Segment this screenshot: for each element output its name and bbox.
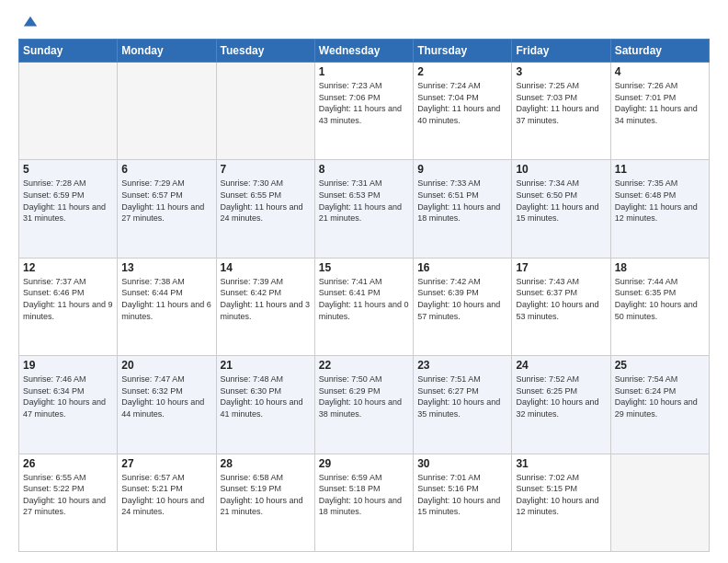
day-info: Sunrise: 7:02 AM Sunset: 5:15 PM Dayligh… [516, 472, 606, 518]
calendar-cell [118, 63, 216, 160]
calendar-day-header: Tuesday [216, 40, 314, 63]
calendar-cell: 25Sunrise: 7:54 AM Sunset: 6:24 PM Dayli… [610, 356, 709, 454]
calendar-cell: 3Sunrise: 7:25 AM Sunset: 7:03 PM Daylig… [512, 63, 610, 160]
calendar-day-header: Monday [118, 40, 216, 63]
day-info: Sunrise: 7:51 AM Sunset: 6:27 PM Dayligh… [417, 373, 507, 419]
day-info: Sunrise: 7:23 AM Sunset: 7:06 PM Dayligh… [319, 80, 409, 126]
day-info: Sunrise: 7:52 AM Sunset: 6:25 PM Dayligh… [516, 373, 606, 419]
calendar-cell: 23Sunrise: 7:51 AM Sunset: 6:27 PM Dayli… [414, 356, 512, 454]
calendar-cell: 9Sunrise: 7:33 AM Sunset: 6:51 PM Daylig… [414, 160, 512, 258]
day-number: 24 [516, 359, 606, 372]
day-number: 12 [23, 261, 113, 274]
calendar-cell: 12Sunrise: 7:37 AM Sunset: 6:46 PM Dayli… [19, 258, 118, 355]
day-number: 22 [319, 359, 409, 372]
day-number: 1 [319, 65, 409, 78]
calendar-cell: 15Sunrise: 7:41 AM Sunset: 6:41 PM Dayli… [314, 258, 413, 355]
day-info: Sunrise: 7:39 AM Sunset: 6:42 PM Dayligh… [221, 276, 311, 322]
calendar-cell [19, 63, 118, 160]
calendar-cell: 18Sunrise: 7:44 AM Sunset: 6:35 PM Dayli… [610, 258, 709, 355]
day-info: Sunrise: 7:34 AM Sunset: 6:50 PM Dayligh… [516, 178, 606, 224]
day-info: Sunrise: 6:58 AM Sunset: 5:19 PM Dayligh… [221, 472, 311, 518]
day-number: 27 [121, 457, 211, 470]
calendar-cell: 8Sunrise: 7:31 AM Sunset: 6:53 PM Daylig… [314, 160, 413, 258]
day-info: Sunrise: 7:29 AM Sunset: 6:57 PM Dayligh… [121, 178, 211, 224]
calendar-cell: 22Sunrise: 7:50 AM Sunset: 6:29 PM Dayli… [314, 356, 413, 454]
calendar-week-row: 1Sunrise: 7:23 AM Sunset: 7:06 PM Daylig… [19, 63, 710, 160]
day-number: 6 [121, 163, 211, 176]
day-info: Sunrise: 7:42 AM Sunset: 6:39 PM Dayligh… [417, 276, 507, 322]
calendar-cell: 24Sunrise: 7:52 AM Sunset: 6:25 PM Dayli… [512, 356, 610, 454]
calendar-header-row: SundayMondayTuesdayWednesdayThursdayFrid… [19, 40, 710, 63]
day-number: 18 [615, 261, 705, 274]
calendar-cell: 11Sunrise: 7:35 AM Sunset: 6:48 PM Dayli… [610, 160, 709, 258]
calendar-cell: 10Sunrise: 7:34 AM Sunset: 6:50 PM Dayli… [512, 160, 610, 258]
day-number: 20 [121, 359, 211, 372]
calendar-day-header: Sunday [19, 40, 118, 63]
calendar-week-row: 26Sunrise: 6:55 AM Sunset: 5:22 PM Dayli… [19, 454, 710, 551]
day-info: Sunrise: 7:01 AM Sunset: 5:16 PM Dayligh… [417, 472, 507, 518]
day-info: Sunrise: 7:37 AM Sunset: 6:46 PM Dayligh… [23, 276, 113, 322]
day-info: Sunrise: 6:59 AM Sunset: 5:18 PM Dayligh… [319, 472, 409, 518]
day-info: Sunrise: 7:24 AM Sunset: 7:04 PM Dayligh… [417, 80, 507, 126]
day-number: 10 [516, 163, 606, 176]
calendar-cell [216, 63, 314, 160]
day-number: 21 [221, 359, 311, 372]
calendar-cell [610, 454, 709, 551]
day-info: Sunrise: 7:47 AM Sunset: 6:32 PM Dayligh… [121, 373, 211, 419]
calendar-cell: 19Sunrise: 7:46 AM Sunset: 6:34 PM Dayli… [19, 356, 118, 454]
calendar-day-header: Saturday [610, 40, 709, 63]
calendar-cell: 26Sunrise: 6:55 AM Sunset: 5:22 PM Dayli… [19, 454, 118, 551]
calendar-cell: 13Sunrise: 7:38 AM Sunset: 6:44 PM Dayli… [118, 258, 216, 355]
calendar-cell: 4Sunrise: 7:26 AM Sunset: 7:01 PM Daylig… [610, 63, 709, 160]
day-info: Sunrise: 7:46 AM Sunset: 6:34 PM Dayligh… [23, 373, 113, 419]
day-info: Sunrise: 7:35 AM Sunset: 6:48 PM Dayligh… [615, 178, 705, 224]
day-info: Sunrise: 7:43 AM Sunset: 6:37 PM Dayligh… [516, 276, 606, 322]
day-number: 25 [615, 359, 705, 372]
day-number: 4 [615, 65, 705, 78]
page: SundayMondayTuesdayWednesdayThursdayFrid… [0, 0, 728, 563]
day-number: 5 [23, 163, 113, 176]
calendar-cell: 31Sunrise: 7:02 AM Sunset: 5:15 PM Dayli… [512, 454, 610, 551]
day-number: 30 [417, 457, 507, 470]
calendar-cell: 20Sunrise: 7:47 AM Sunset: 6:32 PM Dayli… [118, 356, 216, 454]
day-info: Sunrise: 6:57 AM Sunset: 5:21 PM Dayligh… [121, 472, 211, 518]
calendar-cell: 21Sunrise: 7:48 AM Sunset: 6:30 PM Dayli… [216, 356, 314, 454]
day-info: Sunrise: 7:41 AM Sunset: 6:41 PM Dayligh… [319, 276, 409, 322]
calendar-week-row: 5Sunrise: 7:28 AM Sunset: 6:59 PM Daylig… [19, 160, 710, 258]
calendar-day-header: Friday [512, 40, 610, 63]
day-number: 16 [417, 261, 507, 274]
svg-marker-0 [24, 17, 37, 27]
calendar-cell: 28Sunrise: 6:58 AM Sunset: 5:19 PM Dayli… [216, 454, 314, 551]
calendar-day-header: Thursday [414, 40, 512, 63]
day-info: Sunrise: 7:33 AM Sunset: 6:51 PM Dayligh… [417, 178, 507, 224]
day-number: 26 [23, 457, 113, 470]
day-number: 15 [319, 261, 409, 274]
day-info: Sunrise: 7:30 AM Sunset: 6:55 PM Dayligh… [221, 178, 311, 224]
day-number: 17 [516, 261, 606, 274]
calendar-cell: 6Sunrise: 7:29 AM Sunset: 6:57 PM Daylig… [118, 160, 216, 258]
day-number: 31 [516, 457, 606, 470]
day-info: Sunrise: 7:28 AM Sunset: 6:59 PM Dayligh… [23, 178, 113, 224]
calendar-cell: 14Sunrise: 7:39 AM Sunset: 6:42 PM Dayli… [216, 258, 314, 355]
calendar-table: SundayMondayTuesdayWednesdayThursdayFrid… [18, 39, 710, 552]
day-number: 3 [516, 65, 606, 78]
day-info: Sunrise: 7:54 AM Sunset: 6:24 PM Dayligh… [615, 373, 705, 419]
calendar-cell: 30Sunrise: 7:01 AM Sunset: 5:16 PM Dayli… [414, 454, 512, 551]
day-number: 9 [417, 163, 507, 176]
calendar-week-row: 19Sunrise: 7:46 AM Sunset: 6:34 PM Dayli… [19, 356, 710, 454]
day-number: 7 [221, 163, 311, 176]
day-info: Sunrise: 7:48 AM Sunset: 6:30 PM Dayligh… [221, 373, 311, 419]
calendar-cell: 1Sunrise: 7:23 AM Sunset: 7:06 PM Daylig… [314, 63, 413, 160]
day-info: Sunrise: 7:31 AM Sunset: 6:53 PM Dayligh… [319, 178, 409, 224]
calendar-cell: 5Sunrise: 7:28 AM Sunset: 6:59 PM Daylig… [19, 160, 118, 258]
calendar-cell: 27Sunrise: 6:57 AM Sunset: 5:21 PM Dayli… [118, 454, 216, 551]
logo-icon [22, 15, 39, 31]
calendar-week-row: 12Sunrise: 7:37 AM Sunset: 6:46 PM Dayli… [19, 258, 710, 355]
day-info: Sunrise: 7:44 AM Sunset: 6:35 PM Dayligh… [615, 276, 705, 322]
day-number: 19 [23, 359, 113, 372]
calendar-cell: 7Sunrise: 7:30 AM Sunset: 6:55 PM Daylig… [216, 160, 314, 258]
day-info: Sunrise: 7:38 AM Sunset: 6:44 PM Dayligh… [121, 276, 211, 322]
calendar-cell: 16Sunrise: 7:42 AM Sunset: 6:39 PM Dayli… [414, 258, 512, 355]
day-number: 13 [121, 261, 211, 274]
day-number: 2 [417, 65, 507, 78]
